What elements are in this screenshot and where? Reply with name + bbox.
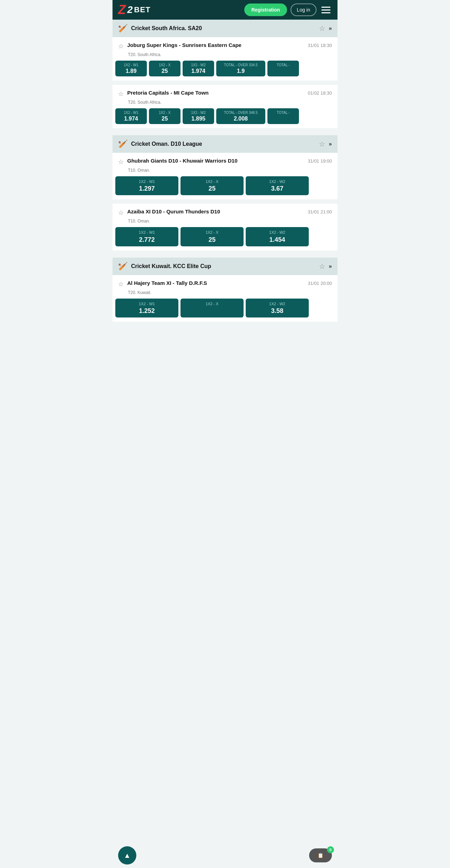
odds-label: 1X2 - W2 bbox=[269, 301, 285, 306]
match-time-pretoria: 01/02 18:30 bbox=[308, 90, 332, 96]
odds-value: 1.454 bbox=[269, 236, 285, 244]
odds-btn-joburg-total-over[interactable]: TOTAL - OVER 334.5 1.9 bbox=[216, 61, 265, 76]
odds-row-joburg: 1X2 - W1 1.89 1X2 - X 25 1X2 - W2 1.974 … bbox=[112, 61, 338, 81]
odds-value: 3.58 bbox=[271, 307, 283, 315]
match-favorite-joburg[interactable]: ☆ bbox=[118, 42, 124, 50]
odds-label: 1X2 - X bbox=[206, 230, 219, 235]
odds-value: 25 bbox=[162, 116, 168, 122]
odds-btn-pretoria-total-under[interactable]: TOTAL - bbox=[267, 108, 299, 124]
match-subtitle-ghubrah: T10. Oman. bbox=[112, 167, 338, 176]
odds-btn-alhajery-x[interactable]: 1X2 - X bbox=[180, 299, 244, 317]
match-info-pretoria: ☆ Pretoria Capitals - MI Cape Town 01/02… bbox=[112, 85, 338, 99]
odds-btn-azaiba-w2[interactable]: 1X2 - W2 1.454 bbox=[246, 227, 309, 246]
match-subtitle-azaiba: T10. Oman. bbox=[112, 218, 338, 227]
odds-value: 1.974 bbox=[191, 68, 205, 74]
login-button[interactable]: Log in bbox=[291, 4, 316, 16]
odds-label: TOTAL - OVER 334.5 bbox=[224, 63, 258, 67]
match-subtitle-alhajery: T20. Kuwait. bbox=[112, 289, 338, 299]
match-info-joburg: ☆ Joburg Super Kings - Sunrisers Eastern… bbox=[112, 37, 338, 52]
match-subtitle-joburg: T20. South Africa. bbox=[112, 52, 338, 61]
match-favorite-pretoria[interactable]: ☆ bbox=[118, 90, 124, 98]
odds-label: 1X2 - X bbox=[206, 301, 219, 306]
odds-value: 25 bbox=[209, 236, 216, 244]
odds-btn-joburg-x[interactable]: 1X2 - X 25 bbox=[149, 61, 180, 76]
odds-btn-pretoria-x[interactable]: 1X2 - X 25 bbox=[149, 108, 180, 124]
odds-btn-ghubrah-w2[interactable]: 1X2 - W2 3.67 bbox=[246, 176, 309, 195]
odds-value: 1.297 bbox=[139, 185, 155, 192]
cricket-icon-oman: 🏏 bbox=[118, 139, 128, 149]
odds-label: 1X2 - W2 bbox=[269, 230, 285, 235]
odds-row-pretoria: 1X2 - W1 1.974 1X2 - X 25 1X2 - W2 1.895… bbox=[112, 108, 338, 128]
odds-btn-alhajery-w2[interactable]: 1X2 - W2 3.58 bbox=[246, 299, 309, 317]
logo-bet: BET bbox=[134, 5, 151, 14]
odds-value: 1.252 bbox=[139, 307, 155, 315]
match-card-azaiba: ☆ Azaiba XI D10 - Qurum Thunders D10 31/… bbox=[112, 204, 338, 250]
odds-value: 1.895 bbox=[191, 116, 205, 122]
odds-btn-joburg-total-under[interactable]: TOTAL - bbox=[267, 61, 299, 76]
odds-label: 1X2 - W1 bbox=[139, 301, 155, 306]
odds-btn-azaiba-x[interactable]: 1X2 - X 25 bbox=[180, 227, 244, 246]
league-header-oman: 🏏 Cricket Oman. D10 League ☆ » bbox=[112, 135, 338, 153]
hamburger-menu[interactable] bbox=[320, 5, 332, 15]
cricket-icon-kuwait: 🏏 bbox=[118, 262, 128, 271]
odds-value: 25 bbox=[162, 68, 168, 74]
match-time-ghubrah: 31/01 19:00 bbox=[308, 158, 332, 164]
match-favorite-azaiba[interactable]: ☆ bbox=[118, 209, 124, 217]
league-header-sa20: 🏏 Cricket South Africa. SA20 ☆ » bbox=[112, 20, 338, 37]
league-expand-oman[interactable]: » bbox=[329, 141, 332, 147]
match-time-azaiba: 31/01 21:00 bbox=[308, 209, 332, 214]
match-favorite-alhajery[interactable]: ☆ bbox=[118, 280, 124, 288]
odds-btn-joburg-w1[interactable]: 1X2 - W1 1.89 bbox=[115, 61, 147, 76]
odds-value: 3.67 bbox=[271, 185, 283, 192]
odds-label: 1X2 - W2 bbox=[191, 110, 206, 115]
odds-btn-pretoria-w2[interactable]: 1X2 - W2 1.895 bbox=[183, 108, 214, 124]
match-time-joburg: 31/01 18:30 bbox=[308, 43, 332, 48]
odds-label: TOTAL - OVER 348.5 bbox=[224, 110, 258, 115]
match-info-ghubrah: ☆ Ghubrah Giants D10 - Khuwair Warriors … bbox=[112, 153, 338, 167]
league-expand-kuwait[interactable]: » bbox=[329, 263, 332, 269]
league-header-kuwait: 🏏 Cricket Kuwait. KCC Elite Cup ☆ » bbox=[112, 258, 338, 275]
league-title-sa20: Cricket South Africa. SA20 bbox=[131, 25, 315, 32]
odds-label: 1X2 - W1 bbox=[139, 179, 155, 184]
match-name-azaiba: Azaiba XI D10 - Qurum Thunders D10 bbox=[127, 209, 304, 214]
odds-label: TOTAL - bbox=[277, 63, 289, 67]
odds-btn-pretoria-total-over[interactable]: TOTAL - OVER 348.5 2.008 bbox=[216, 108, 265, 124]
match-favorite-ghubrah[interactable]: ☆ bbox=[118, 158, 124, 166]
match-name-pretoria: Pretoria Capitals - MI Cape Town bbox=[127, 90, 304, 96]
odds-btn-azaiba-w1[interactable]: 1X2 - W1 2.772 bbox=[115, 227, 178, 246]
odds-value: 1.974 bbox=[124, 116, 138, 122]
league-title-oman: Cricket Oman. D10 League bbox=[131, 141, 315, 147]
odds-label: 1X2 - W1 bbox=[124, 63, 138, 67]
league-favorite-sa20[interactable]: ☆ bbox=[319, 24, 325, 33]
odds-btn-ghubrah-x[interactable]: 1X2 - X 25 bbox=[180, 176, 244, 195]
league-favorite-oman[interactable]: ☆ bbox=[319, 140, 325, 148]
match-name-alhajery: Al Hajery Team XI - Tally D.R.F.S bbox=[127, 280, 304, 286]
league-title-kuwait: Cricket Kuwait. KCC Elite Cup bbox=[131, 263, 315, 269]
odds-btn-pretoria-w1[interactable]: 1X2 - W1 1.974 bbox=[115, 108, 147, 124]
odds-label: 1X2 - X bbox=[206, 179, 219, 184]
match-time-alhajery: 31/01 20:00 bbox=[308, 281, 332, 286]
cricket-icon-sa20: 🏏 bbox=[118, 24, 128, 33]
odds-value: 1.9 bbox=[237, 68, 245, 74]
odds-value: 1.89 bbox=[125, 68, 136, 74]
odds-btn-ghubrah-w1[interactable]: 1X2 - W1 1.297 bbox=[115, 176, 178, 195]
league-expand-sa20[interactable]: » bbox=[329, 25, 332, 32]
odds-label: 1X2 - W1 bbox=[139, 230, 155, 235]
registration-button[interactable]: Registration bbox=[244, 4, 287, 16]
match-card-joburg: ☆ Joburg Super Kings - Sunrisers Eastern… bbox=[112, 37, 338, 81]
odds-btn-alhajery-w1[interactable]: 1X2 - W1 1.252 bbox=[115, 299, 178, 317]
odds-btn-joburg-w2[interactable]: 1X2 - W2 1.974 bbox=[183, 61, 214, 76]
odds-value: 2.008 bbox=[234, 116, 248, 122]
match-card-alhajery: ☆ Al Hajery Team XI - Tally D.R.F.S 31/0… bbox=[112, 275, 338, 322]
odds-label: 1X2 - W1 bbox=[124, 110, 138, 115]
odds-label: 1X2 - W2 bbox=[191, 63, 206, 67]
match-subtitle-pretoria: T20. South Africa. bbox=[112, 99, 338, 108]
league-favorite-kuwait[interactable]: ☆ bbox=[319, 262, 325, 271]
odds-value: 2.772 bbox=[139, 236, 155, 244]
odds-label: 1X2 - X bbox=[159, 110, 170, 115]
match-card-pretoria: ☆ Pretoria Capitals - MI Cape Town 01/02… bbox=[112, 85, 338, 128]
odds-row-ghubrah: 1X2 - W1 1.297 1X2 - X 25 1X2 - W2 3.67 bbox=[112, 176, 338, 199]
main-content: 🏏 Cricket South Africa. SA20 ☆ » ☆ Jobur… bbox=[112, 20, 338, 351]
match-name-ghubrah: Ghubrah Giants D10 - Khuwair Warriors D1… bbox=[127, 158, 304, 164]
odds-row-alhajery: 1X2 - W1 1.252 1X2 - X 1X2 - W2 3.58 bbox=[112, 299, 338, 322]
